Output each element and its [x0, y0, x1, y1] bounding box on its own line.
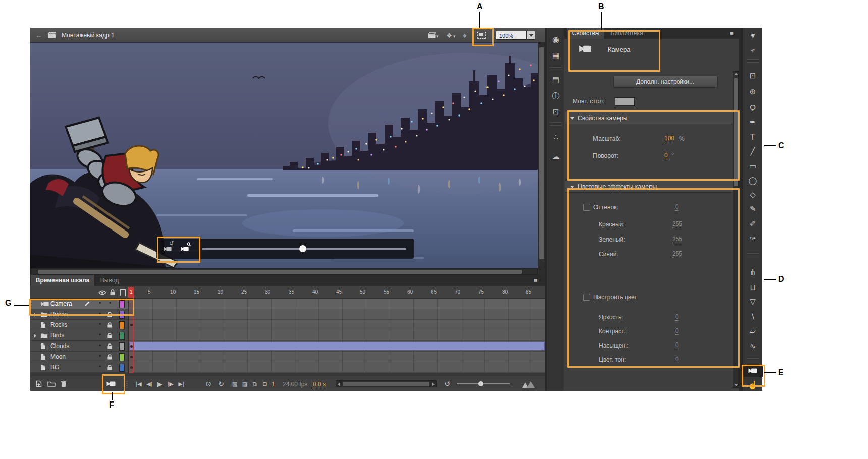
step-forward-button[interactable]: |▶ — [166, 379, 176, 389]
expand-triangle-icon[interactable] — [34, 334, 36, 338]
transform-panel-icon[interactable]: ⊡ — [547, 105, 565, 118]
step-back-button[interactable]: ◀| — [144, 379, 154, 389]
panel-menu-icon[interactable]: ≡ — [730, 30, 734, 37]
play-button[interactable]: ▶ — [155, 379, 165, 389]
tab-library[interactable]: Библиотека — [606, 28, 648, 39]
edit-symbols-menu-icon[interactable]: ❖ — [445, 31, 453, 40]
prince-layer-frames[interactable] — [129, 309, 545, 320]
lock-icon[interactable] — [107, 343, 113, 350]
hue-value[interactable]: 0 — [675, 356, 679, 363]
moon-layer-frames[interactable] — [129, 352, 545, 362]
layer-row-camera[interactable]: Camera •• — [30, 299, 129, 309]
frame-rate-value[interactable]: 24.00 fps — [283, 381, 307, 388]
pencil-tool[interactable]: ✎ — [743, 203, 763, 215]
go-to-first-frame-button[interactable]: |◀ — [134, 379, 144, 389]
camera-zoom-slider-knob[interactable] — [299, 245, 306, 252]
layer-row-prince[interactable]: Prince • — [30, 309, 129, 320]
layer-row-moon[interactable]: Moon • — [30, 352, 129, 362]
tint-checkbox[interactable] — [583, 204, 590, 211]
align-panel-icon[interactable]: ▤ — [547, 73, 565, 85]
camera-properties-section-header[interactable]: Свойства камеры — [565, 112, 733, 124]
pen-tool[interactable]: ✒ — [743, 116, 763, 128]
stage-vertical-scrollbar[interactable] — [538, 43, 545, 268]
lock-icon[interactable] — [107, 354, 113, 360]
camera-rotate-value[interactable]: 0 — [664, 152, 668, 159]
tween-span[interactable] — [129, 342, 545, 350]
ink-bottle-tool[interactable]: ▽ — [743, 296, 763, 308]
edit-multiple-frames-button[interactable]: ⧉ — [250, 379, 259, 389]
color-panel-icon[interactable]: ◉ — [547, 34, 565, 46]
bg-layer-frames[interactable] — [129, 362, 545, 373]
camera-tool[interactable] — [743, 365, 763, 377]
lock-icon[interactable] — [107, 311, 113, 318]
clouds-layer-frames[interactable] — [129, 341, 545, 352]
delete-layer-button[interactable] — [61, 380, 67, 387]
new-folder-button[interactable] — [47, 381, 56, 387]
oval-tool[interactable]: ◯ — [743, 175, 763, 187]
lock-icon[interactable] — [107, 364, 113, 371]
rotation-3d-tool[interactable]: ⊕ — [743, 86, 763, 98]
lock-icon[interactable] — [107, 332, 113, 339]
tab-output[interactable]: Вывод — [95, 275, 124, 286]
layer-row-rocks[interactable]: Rocks • — [30, 320, 129, 330]
camera-rotate-button[interactable]: ↺ — [160, 242, 175, 255]
timeline-horizontal-scrollbar[interactable] — [336, 380, 437, 387]
expand-triangle-icon[interactable] — [34, 313, 36, 317]
elapsed-time-value[interactable]: 0.0 s — [313, 381, 326, 388]
hand-tool[interactable]: ☝ — [743, 379, 763, 391]
tab-timeline[interactable]: Временная шкала — [31, 275, 94, 286]
free-transform-tool[interactable]: ⊡ — [743, 70, 763, 82]
playhead[interactable] — [129, 287, 134, 373]
layer-row-clouds[interactable]: Clouds • — [30, 341, 129, 352]
onion-skin-outline-button[interactable]: ▨ — [240, 379, 249, 389]
zoom-level-field[interactable]: 100% — [496, 31, 527, 40]
layer-row-bg[interactable]: BG • — [30, 362, 129, 373]
brightness-value[interactable]: 0 — [675, 313, 679, 321]
layer-row-birds[interactable]: Birds • — [30, 330, 129, 341]
center-stage-icon[interactable]: ⌖ — [460, 30, 469, 40]
modify-markers-button[interactable]: ⊟ — [260, 379, 269, 389]
advanced-settings-button[interactable]: Дополн. настройки... — [613, 76, 718, 88]
text-tool[interactable]: T — [743, 131, 763, 143]
timeline-menu-icon[interactable]: ≡ — [534, 277, 538, 284]
frame-view-icon[interactable] — [522, 381, 535, 390]
info-panel-icon[interactable]: ⓘ — [547, 89, 565, 101]
line-tool[interactable]: ╱ — [743, 145, 763, 157]
eraser-tool[interactable]: ▱ — [743, 325, 763, 337]
tint-value[interactable]: 0 — [675, 203, 679, 211]
camera-color-effects-section-header[interactable]: Цветовые эффекты камеры — [565, 181, 733, 193]
green-value[interactable]: 255 — [672, 236, 682, 243]
clip-content-toggle-icon[interactable] — [477, 32, 486, 39]
subselection-tool[interactable]: ➣ — [743, 44, 763, 56]
stage-canvas[interactable]: ↺ — [30, 43, 538, 268]
tab-properties[interactable]: Свойства — [567, 28, 604, 39]
edit-scene-dropdown-icon[interactable]: ▾ — [436, 34, 439, 39]
rocks-layer-frames[interactable] — [129, 320, 545, 330]
cc-libraries-panel-icon[interactable]: ☁ — [547, 151, 565, 163]
edit-symbols-dropdown-icon[interactable]: ▾ — [453, 34, 456, 39]
onion-skin-button[interactable]: ▧ — [230, 379, 239, 389]
birds-layer-frames[interactable] — [129, 330, 545, 341]
blue-value[interactable]: 255 — [672, 250, 682, 258]
properties-scrollbar[interactable] — [733, 71, 739, 388]
new-layer-button[interactable] — [35, 380, 42, 387]
brush-tool[interactable]: ✑ — [743, 232, 763, 244]
camera-zoom-value[interactable]: 100 — [664, 135, 674, 142]
polystar-tool[interactable]: ◇ — [743, 189, 763, 201]
outline-all-icon[interactable] — [120, 289, 126, 296]
contrast-value[interactable]: 0 — [675, 327, 679, 335]
lock-all-icon[interactable] — [110, 289, 116, 296]
lock-icon[interactable] — [107, 322, 113, 328]
rectangle-tool[interactable]: ▭ — [743, 160, 763, 173]
stage-horizontal-scrollbar[interactable] — [30, 268, 538, 275]
show-hide-all-icon[interactable] — [98, 290, 106, 295]
zoom-dropdown-button[interactable] — [527, 31, 535, 40]
swatches-panel-icon[interactable]: ▦ — [547, 49, 565, 61]
stage-color-swatch[interactable] — [615, 97, 635, 106]
eyedropper-tool[interactable]: ∖ — [743, 311, 763, 323]
red-value[interactable]: 255 — [672, 220, 682, 228]
camera-zoom-button[interactable] — [178, 242, 192, 255]
paint-bucket-tool[interactable]: ⊔ — [743, 281, 763, 294]
brush-library-panel-icon[interactable]: ∴ — [547, 131, 565, 143]
add-camera-button[interactable] — [106, 380, 116, 387]
